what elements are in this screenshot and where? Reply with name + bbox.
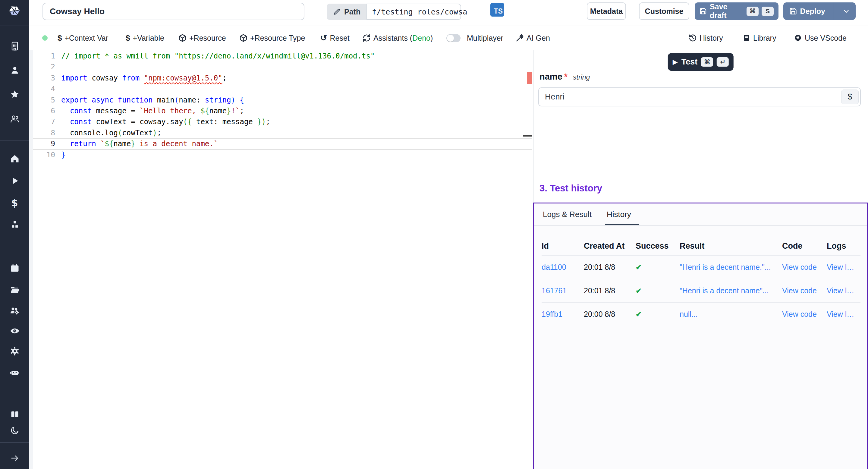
sidebar-item-groups[interactable] xyxy=(0,114,29,124)
save-draft-button[interactable]: Save draft ⌘ S xyxy=(695,2,778,20)
robot-icon xyxy=(10,368,20,378)
code-line[interactable]: console.log(cowText); xyxy=(61,127,375,138)
script-title-input[interactable] xyxy=(42,3,304,20)
deploy-dropdown-button[interactable] xyxy=(837,7,856,15)
add-resource-type-button[interactable]: +Resource Type xyxy=(239,33,305,42)
kbd-command: ⌘ xyxy=(701,57,713,67)
run-created-at: 20:01 8/8 xyxy=(584,286,636,295)
run-result-link[interactable]: "Henri is a decent name."... xyxy=(680,263,782,272)
code-editor[interactable]: 12345678910 // import * as wmill from "h… xyxy=(29,50,533,469)
sidebar: $ xyxy=(0,0,29,469)
code-line[interactable]: const message = `Hello there, ${name}!`; xyxy=(61,105,375,116)
use-vscode-button[interactable]: Use VScode xyxy=(794,33,846,42)
refresh-icon xyxy=(363,34,371,42)
history-button[interactable]: History xyxy=(689,33,723,42)
sidebar-item-resources[interactable] xyxy=(0,219,29,230)
customise-button[interactable]: Customise xyxy=(639,2,689,20)
right-panel: ▶ Test ⌘ ↵ name* string $ 3. Test histor… xyxy=(533,50,868,469)
chevron-down-icon xyxy=(842,7,850,15)
test-button[interactable]: ▶ Test ⌘ ↵ xyxy=(668,53,734,71)
wand-icon xyxy=(516,34,524,42)
view-logs-link[interactable]: View logs xyxy=(827,263,861,272)
add-variable-label: +Variable xyxy=(133,33,164,42)
sidebar-item-workers[interactable] xyxy=(0,306,29,316)
code-line[interactable] xyxy=(61,84,375,94)
code-line[interactable] xyxy=(61,61,375,72)
sidebar-item-folders[interactable] xyxy=(0,285,29,295)
metadata-button[interactable]: Metadata xyxy=(587,2,626,20)
col-logs: Logs xyxy=(827,242,861,251)
run-id-link[interactable]: 19ffb1 xyxy=(541,310,584,319)
cubes-icon xyxy=(10,219,20,230)
sidebar-item-user[interactable] xyxy=(0,65,29,75)
tab-history[interactable]: History xyxy=(607,210,631,219)
tab-logs-result[interactable]: Logs & Result xyxy=(543,210,592,219)
view-logs-link[interactable]: View logs xyxy=(827,286,861,295)
path-value[interactable]: f/testing_roles/cowsa xyxy=(367,4,461,20)
sidebar-item-schedules[interactable] xyxy=(0,263,29,273)
ai-gen-button[interactable]: AI Gen xyxy=(516,33,550,42)
add-resource-button[interactable]: +Resource xyxy=(179,33,226,42)
dollar-icon: $ xyxy=(11,197,18,209)
code-line[interactable]: const cowText = cowsay.say({ text: messa… xyxy=(61,116,375,127)
history-row: 16176120:01 8/8✔"Henri is a decent name"… xyxy=(541,279,861,303)
error-marker xyxy=(527,72,532,84)
sidebar-item-home[interactable] xyxy=(0,154,29,164)
building-icon xyxy=(10,41,20,51)
editor-toolbar: $ +Context Var $ +Variable +Resource +Re… xyxy=(29,26,868,50)
view-code-link[interactable]: View code xyxy=(782,263,827,272)
sidebar-item-settings[interactable] xyxy=(0,346,29,356)
insert-variable-button[interactable]: $ xyxy=(841,90,859,104)
run-result-link[interactable]: "Henri is a decent name"... xyxy=(680,286,782,295)
windmill-logo-icon[interactable] xyxy=(7,4,22,18)
sidebar-item-audit-logs[interactable] xyxy=(0,326,29,336)
run-id-link[interactable]: da1100 xyxy=(541,263,584,272)
history-row: 19ffb120:00 8/8✔null...View codeView log… xyxy=(541,303,861,326)
sidebar-item-favorites[interactable] xyxy=(0,89,29,99)
sidebar-item-dark-mode[interactable] xyxy=(0,425,29,436)
arrow-right-icon xyxy=(10,453,20,463)
view-code-link[interactable]: View code xyxy=(782,286,827,295)
deploy-label: Deploy xyxy=(800,7,825,16)
argument-input-wrap: $ xyxy=(538,87,861,106)
code-line[interactable]: // import * as wmill from "https://deno.… xyxy=(61,51,375,61)
history-label: History xyxy=(700,33,723,42)
run-id-link[interactable]: 161761 xyxy=(541,286,584,295)
cursor-ruler-marker xyxy=(523,135,532,136)
line-number: 3 xyxy=(33,73,59,84)
typescript-badge-icon: TS xyxy=(490,3,504,17)
sidebar-item-runs[interactable] xyxy=(0,176,29,186)
code-line[interactable]: export async function main(name: string)… xyxy=(61,95,375,105)
code-line[interactable]: } xyxy=(61,150,375,160)
name-argument-input[interactable] xyxy=(539,88,860,106)
multiplayer-toggle[interactable] xyxy=(446,34,461,42)
argument-name: name xyxy=(539,72,562,82)
code-line[interactable]: import cowsay from "npm:cowsay@1.5.0"; xyxy=(61,73,375,84)
add-variable-button[interactable]: $ +Variable xyxy=(126,33,164,42)
sidebar-item-docs[interactable] xyxy=(0,409,29,419)
dollar-icon: $ xyxy=(58,33,62,42)
sidebar-collapse-button[interactable] xyxy=(0,453,29,463)
star-icon xyxy=(10,89,20,99)
assistants-button[interactable]: Assistants (Deno) xyxy=(363,33,433,42)
path-button[interactable]: Path xyxy=(327,4,367,20)
library-label: Library xyxy=(753,33,776,42)
code-line[interactable]: return `${name} is a decent name.` xyxy=(61,138,375,149)
folder-icon xyxy=(10,285,20,295)
reset-button[interactable]: ↺ Reset xyxy=(320,33,350,42)
view-logs-link[interactable]: View logs xyxy=(827,310,861,319)
run-result-link[interactable]: null... xyxy=(680,310,782,319)
sidebar-item-workspace[interactable] xyxy=(0,41,29,51)
add-context-var-label: +Context Var xyxy=(64,33,108,42)
library-button[interactable]: Library xyxy=(742,33,776,42)
home-icon xyxy=(10,154,20,164)
kbd-s: S xyxy=(762,7,774,16)
calendar-icon xyxy=(10,263,20,273)
add-context-var-button[interactable]: $ +Context Var xyxy=(58,33,108,42)
history-table-body: da110020:01 8/8✔"Henri is a decent name.… xyxy=(541,256,861,326)
sidebar-item-ai[interactable] xyxy=(0,368,29,378)
deploy-button[interactable]: Deploy xyxy=(783,2,856,20)
view-code-link[interactable]: View code xyxy=(782,310,827,319)
sidebar-divider xyxy=(0,26,29,26)
sidebar-item-variables[interactable]: $ xyxy=(0,198,29,208)
